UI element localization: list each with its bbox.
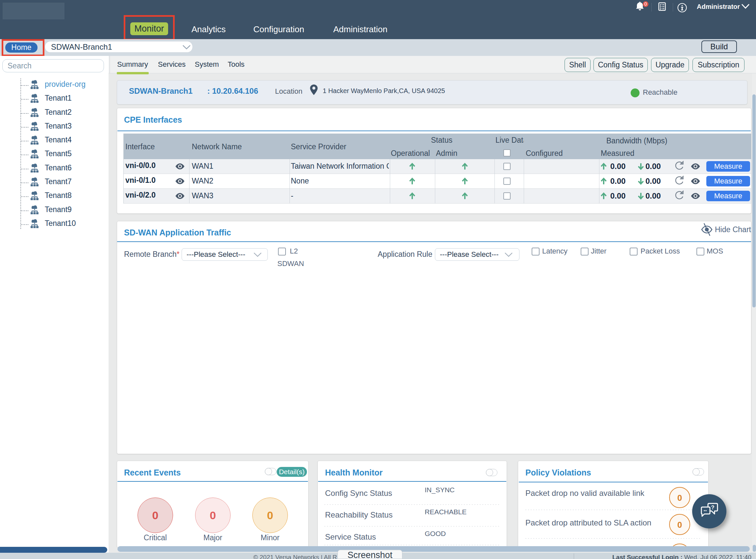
svg-text:?: ? — [711, 505, 714, 511]
